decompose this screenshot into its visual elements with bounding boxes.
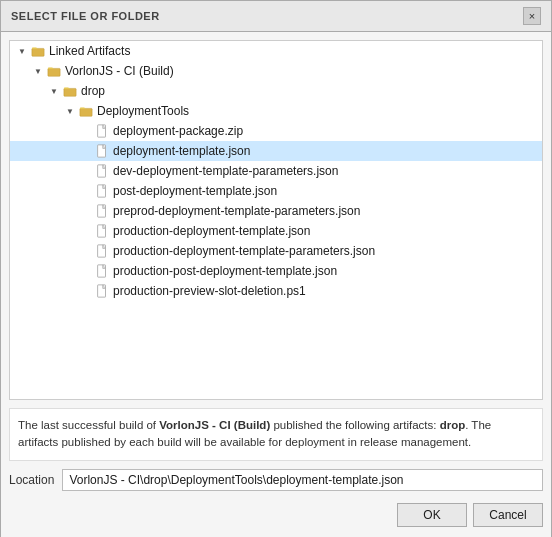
file-icon-deployment-template	[94, 143, 110, 159]
file-tree[interactable]: ▼ Linked Artifacts▼ VorlonJS - CI (Build…	[9, 40, 543, 400]
dialog-titlebar: SELECT FILE OR FOLDER ×	[1, 1, 551, 32]
location-label: Location	[9, 473, 54, 487]
info-prefix: The last successful build of	[18, 419, 159, 431]
folder-icon-deploymenttools	[78, 103, 94, 119]
select-file-folder-dialog: SELECT FILE OR FOLDER × ▼ Linked Artifac…	[0, 0, 552, 537]
tree-item-vorlonjs-ci[interactable]: ▼ VorlonJS - CI (Build)	[10, 61, 542, 81]
expand-icon-vorlonjs-ci[interactable]: ▼	[30, 63, 46, 79]
file-icon-production-deployment-template-params	[94, 243, 110, 259]
file-icon-production-deployment-template	[94, 223, 110, 239]
tree-item-label-deployment-package: deployment-package.zip	[113, 124, 243, 138]
file-icon-production-preview-slot-deletion	[94, 283, 110, 299]
expand-icon-linked-artifacts[interactable]: ▼	[14, 43, 30, 59]
dialog-title: SELECT FILE OR FOLDER	[11, 10, 160, 22]
info-build-name: VorlonJS - CI (Build)	[159, 419, 270, 431]
tree-item-label-deployment-template: deployment-template.json	[113, 144, 250, 158]
tree-item-deploymenttools[interactable]: ▼ DeploymentTools	[10, 101, 542, 121]
info-middle: published the following artifacts:	[270, 419, 439, 431]
location-area: Location	[9, 469, 543, 491]
cancel-button[interactable]: Cancel	[473, 503, 543, 527]
file-icon-deployment-package	[94, 123, 110, 139]
tree-item-label-dev-deployment-template-params: dev-deployment-template-parameters.json	[113, 164, 338, 178]
info-artifact-name: drop	[440, 419, 466, 431]
tree-item-deployment-package[interactable]: deployment-package.zip	[10, 121, 542, 141]
file-icon-dev-deployment-template-params	[94, 163, 110, 179]
tree-item-post-deployment-template[interactable]: post-deployment-template.json	[10, 181, 542, 201]
svg-rect-1	[48, 68, 60, 76]
tree-item-linked-artifacts[interactable]: ▼ Linked Artifacts	[10, 41, 542, 61]
expand-icon-deploymenttools[interactable]: ▼	[62, 103, 78, 119]
tree-item-preprod-deployment-template-params[interactable]: preprod-deployment-template-parameters.j…	[10, 201, 542, 221]
location-input[interactable]	[62, 469, 543, 491]
tree-item-label-preprod-deployment-template-params: preprod-deployment-template-parameters.j…	[113, 204, 360, 218]
tree-item-label-production-post-deployment-template: production-post-deployment-template.json	[113, 264, 337, 278]
tree-item-deployment-template[interactable]: deployment-template.json	[10, 141, 542, 161]
svg-rect-3	[80, 108, 92, 116]
tree-item-production-deployment-template[interactable]: production-deployment-template.json	[10, 221, 542, 241]
expand-icon-drop[interactable]: ▼	[46, 83, 62, 99]
ok-button[interactable]: OK	[397, 503, 467, 527]
tree-item-label-production-preview-slot-deletion: production-preview-slot-deletion.ps1	[113, 284, 306, 298]
tree-item-label-deploymenttools: DeploymentTools	[97, 104, 189, 118]
tree-item-production-post-deployment-template[interactable]: production-post-deployment-template.json	[10, 261, 542, 281]
folder-icon-drop	[62, 83, 78, 99]
file-icon-production-post-deployment-template	[94, 263, 110, 279]
tree-item-production-preview-slot-deletion[interactable]: production-preview-slot-deletion.ps1	[10, 281, 542, 301]
tree-item-label-drop: drop	[81, 84, 105, 98]
tree-item-label-post-deployment-template: post-deployment-template.json	[113, 184, 277, 198]
close-button[interactable]: ×	[523, 7, 541, 25]
tree-item-dev-deployment-template-params[interactable]: dev-deployment-template-parameters.json	[10, 161, 542, 181]
tree-item-label-production-deployment-template-params: production-deployment-template-parameter…	[113, 244, 375, 258]
info-text: The last successful build of VorlonJS - …	[9, 408, 543, 461]
dialog-buttons: OK Cancel	[1, 497, 551, 537]
tree-item-production-deployment-template-params[interactable]: production-deployment-template-parameter…	[10, 241, 542, 261]
svg-rect-0	[32, 48, 44, 56]
file-icon-preprod-deployment-template-params	[94, 203, 110, 219]
svg-rect-2	[64, 88, 76, 96]
file-icon-post-deployment-template	[94, 183, 110, 199]
folder-icon-vorlonjs-ci	[46, 63, 62, 79]
tree-item-label-vorlonjs-ci: VorlonJS - CI (Build)	[65, 64, 174, 78]
tree-item-label-linked-artifacts: Linked Artifacts	[49, 44, 130, 58]
folder-icon-linked-artifacts	[30, 43, 46, 59]
tree-item-drop[interactable]: ▼ drop	[10, 81, 542, 101]
tree-item-label-production-deployment-template: production-deployment-template.json	[113, 224, 310, 238]
